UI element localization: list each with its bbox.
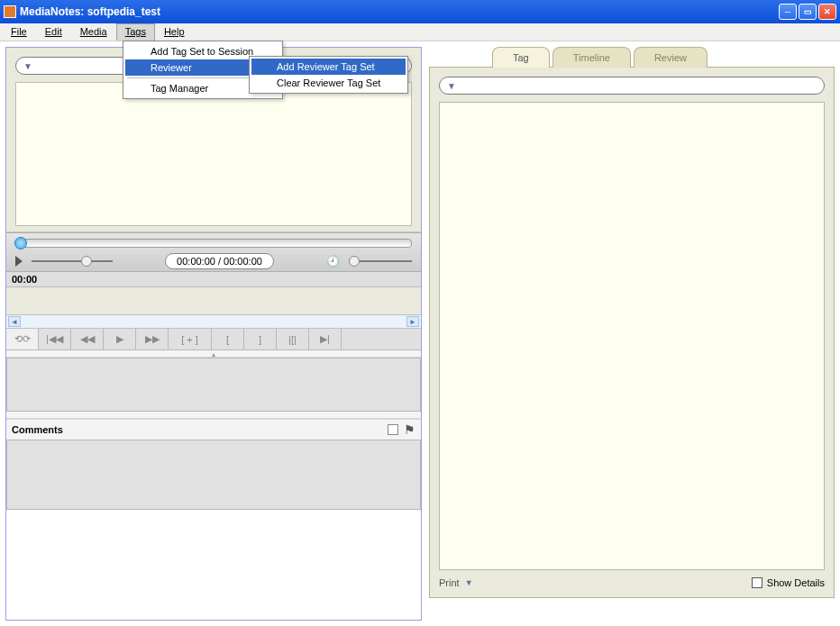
tab-tag[interactable]: Tag [492, 47, 550, 68]
menu-file[interactable]: File [2, 23, 36, 41]
maximize-button[interactable]: ▭ [799, 4, 817, 20]
chevron-down-icon: ▼ [447, 81, 456, 91]
fast-forward-button[interactable]: ▶▶ [136, 329, 169, 349]
menu-help[interactable]: Help [155, 23, 194, 41]
volume-slider[interactable] [32, 260, 113, 262]
window-title: MediaNotes: softpedia_test [20, 5, 779, 18]
drag-handle[interactable]: ▴ [6, 350, 421, 358]
menu-add-reviewer-tagset[interactable]: Add Reviewer Tag Set [251, 59, 406, 75]
timecode-label: 00:00 [6, 272, 421, 287]
menubar: File Edit Media Tags Help [0, 23, 840, 41]
tab-review[interactable]: Review [634, 47, 708, 68]
player-controls: 00:00:00 / 00:00:00 🕘 [6, 232, 421, 272]
titlebar: MediaNotes: softpedia_test ─ ▭ ✕ [0, 0, 840, 23]
reviewer-submenu: Add Reviewer Tag Set Clear Reviewer Tag … [249, 56, 408, 94]
tag-selector[interactable]: ▼ [439, 77, 825, 95]
speaker-icon [15, 256, 23, 267]
play-button[interactable]: ▶ [104, 329, 136, 349]
comments-checkbox[interactable] [388, 424, 398, 435]
rewind-button[interactable]: ◀◀ [71, 329, 104, 349]
bracket-open-button[interactable]: [ [212, 329, 244, 349]
speed-slider[interactable] [349, 260, 412, 262]
print-label[interactable]: Print [439, 577, 460, 588]
scroll-left-icon[interactable]: ◄ [8, 316, 21, 327]
seek-thumb[interactable] [14, 237, 27, 249]
transport-bar: ⟲⟳ |◀◀ ◀◀ ▶ ▶▶ [ + ] [ ] |[| ▶| [6, 329, 421, 350]
show-details-label: Show Details [767, 577, 825, 588]
scroll-right-icon[interactable]: ► [406, 316, 419, 327]
notes-list[interactable] [6, 358, 421, 412]
chevron-down-icon: ▼ [23, 61, 32, 71]
right-pane: Tag Timeline Review ▼ Print ▼ Show Detai… [429, 47, 835, 621]
video-area [15, 82, 412, 226]
timeline-strip[interactable] [6, 287, 421, 314]
menu-tags[interactable]: Tags [116, 23, 155, 41]
print-dropdown-icon[interactable]: ▼ [465, 578, 473, 587]
go-start-button[interactable]: |◀◀ [39, 329, 71, 349]
show-details-checkbox[interactable] [752, 577, 762, 588]
next-clip-button[interactable]: ▶| [309, 329, 342, 349]
bracket-add-button[interactable]: [ + ] [169, 329, 212, 349]
comments-box[interactable] [6, 440, 421, 510]
loop-button[interactable]: ⟲⟳ [6, 329, 39, 349]
left-pane: ▼ 00:00:00 / 00:00:00 🕘 00:00 ◄ ► ⟲⟳ |◀◀ [5, 47, 422, 621]
drag-handle-2[interactable] [6, 412, 421, 419]
close-button[interactable]: ✕ [818, 4, 836, 20]
menu-clear-reviewer-tagset[interactable]: Clear Reviewer Tag Set [251, 75, 406, 91]
time-display: 00:00:00 / 00:00:00 [165, 253, 274, 269]
menu-edit[interactable]: Edit [36, 23, 71, 41]
tab-timeline[interactable]: Timeline [552, 47, 631, 68]
clock-icon: 🕘 [326, 255, 340, 268]
speed-knob[interactable] [349, 256, 360, 267]
seek-slider[interactable] [15, 239, 412, 248]
timeline-scrollbar[interactable]: ◄ ► [6, 314, 421, 329]
volume-knob[interactable] [81, 256, 92, 267]
app-icon [4, 5, 16, 18]
minimize-button[interactable]: ─ [779, 4, 797, 20]
flag-icon[interactable]: ⚑ [404, 422, 415, 437]
bracket-close-button[interactable]: ] [244, 329, 277, 349]
prev-clip-button[interactable]: |[| [277, 329, 309, 349]
comments-header: Comments [12, 424, 382, 435]
tag-list[interactable] [439, 102, 825, 570]
menu-media[interactable]: Media [71, 23, 116, 41]
